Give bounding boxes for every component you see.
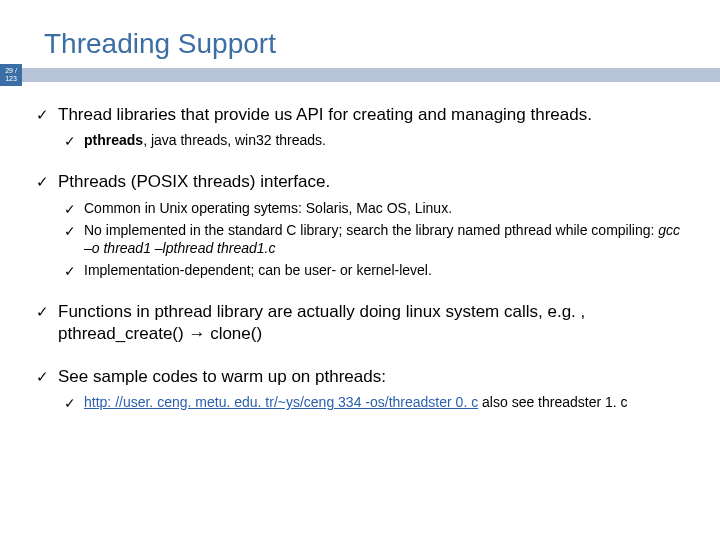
bullet-pthreads-interface: Pthreads (POSIX threads) interface. Comm…: [30, 171, 690, 279]
accent-ribbon: [22, 68, 720, 82]
subbullet-pthreads-list: pthreads, java threads, win32 threads.: [58, 131, 690, 149]
subbullet-impl: Implementation-dependent; can be user- o…: [58, 261, 690, 279]
page-number-badge: 29 / 123: [0, 64, 22, 86]
text-also-see: also see threadster 1. c: [478, 394, 627, 410]
bold-pthreads: pthreads: [84, 132, 143, 148]
slide-content: Thread libraries that provide us API for…: [0, 104, 720, 411]
page-total: 123: [5, 75, 17, 82]
subbullet-clib: No implemented in the standard C library…: [58, 221, 690, 257]
bullet-text: See sample codes to warm up on pthreads:: [58, 367, 386, 386]
bullet-text: Pthreads (POSIX threads) interface.: [58, 172, 330, 191]
bullet-sample-codes: See sample codes to warm up on pthreads:…: [30, 366, 690, 411]
text-thread-kinds: , java threads, win32 threads.: [143, 132, 326, 148]
page-current: 29: [5, 67, 13, 74]
bullet-thread-libraries: Thread libraries that provide us API for…: [30, 104, 690, 149]
header-bar: 29 / 123: [0, 68, 720, 86]
subbullet-unix: Common in Unix operating sytems: Solaris…: [58, 199, 690, 217]
threadster-link[interactable]: http: //user. ceng. metu. edu. tr/~ys/ce…: [84, 394, 478, 410]
bullet-syscalls: Functions in pthread library are actuall…: [30, 301, 690, 344]
bullet-text: Thread libraries that provide us API for…: [58, 105, 592, 124]
subbullet-link: http: //user. ceng. metu. edu. tr/~ys/ce…: [58, 393, 690, 411]
arrow-icon: →: [188, 324, 205, 343]
slide-title: Threading Support: [0, 0, 720, 68]
